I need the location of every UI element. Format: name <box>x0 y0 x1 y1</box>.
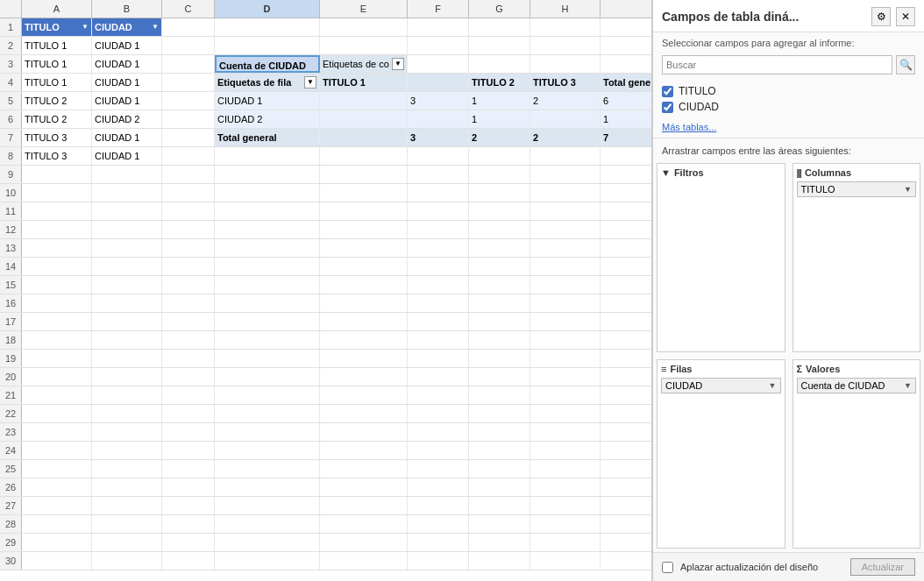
cell-f[interactable] <box>408 460 469 478</box>
cell-e[interactable] <box>320 239 408 257</box>
cell-g[interactable] <box>469 552 530 570</box>
cell-g[interactable] <box>469 386 530 404</box>
cell-a[interactable] <box>22 221 92 238</box>
filtros-zone[interactable]: ▼ Filtros <box>657 163 785 352</box>
cell-g[interactable] <box>469 239 530 257</box>
cell-f6[interactable] <box>408 110 469 128</box>
cell-f[interactable] <box>408 202 469 220</box>
cell-c[interactable] <box>162 386 215 404</box>
cell-d[interactable] <box>215 460 320 478</box>
cell-f[interactable] <box>408 442 469 459</box>
cell-b6[interactable]: CIUDAD 2 <box>92 110 162 128</box>
cell-a[interactable]: TITULO 3 <box>22 147 92 165</box>
cell-b[interactable] <box>92 478 162 496</box>
cell-e[interactable] <box>320 294 408 312</box>
cell-c7[interactable] <box>162 129 215 146</box>
filas-tag-ciudad[interactable]: CIUDAD ▼ <box>661 378 781 393</box>
cell-f[interactable] <box>408 184 469 202</box>
cell-b[interactable]: CIUDAD 1 <box>92 147 162 165</box>
cell-f[interactable] <box>408 534 469 551</box>
cell-a[interactable] <box>22 534 92 551</box>
cell-h[interactable] <box>530 239 601 257</box>
cell-a[interactable] <box>22 515 92 533</box>
cell-g[interactable] <box>469 497 530 514</box>
cell-e[interactable] <box>320 515 408 533</box>
cell-f[interactable] <box>408 166 469 183</box>
cell-total4[interactable]: Total general <box>601 74 652 91</box>
cell-h2[interactable] <box>530 37 601 54</box>
cell-a[interactable] <box>22 239 92 257</box>
cell-h7[interactable]: 2 <box>530 129 601 146</box>
cell-f[interactable] <box>408 313 469 330</box>
cell-c[interactable] <box>162 184 215 202</box>
cell-c[interactable] <box>162 552 215 570</box>
cell-g[interactable] <box>469 423 530 441</box>
col-header-a[interactable]: A <box>22 0 92 18</box>
cell-a7[interactable]: TITULO 3 <box>22 129 92 146</box>
cell-e[interactable] <box>320 202 408 220</box>
close-button[interactable]: ✕ <box>896 7 915 26</box>
cell-b[interactable] <box>92 552 162 570</box>
cell-a[interactable] <box>22 423 92 441</box>
cell-g[interactable] <box>469 294 530 312</box>
field-checkbox-titulo[interactable] <box>662 86 673 97</box>
cell-d3[interactable]: Cuenta de CIUDAD <box>215 55 320 73</box>
cell-c[interactable] <box>162 478 215 496</box>
columnas-tag-arrow[interactable]: ▼ <box>904 185 912 194</box>
cell-h[interactable] <box>530 258 601 275</box>
cell-c[interactable] <box>162 276 215 294</box>
cell-a[interactable] <box>22 258 92 275</box>
cell-h[interactable] <box>530 147 601 165</box>
cell-total7[interactable]: 7 <box>601 129 652 146</box>
cell-e[interactable] <box>320 386 408 404</box>
cell-d[interactable] <box>215 276 320 294</box>
cell-c[interactable] <box>162 442 215 459</box>
cell-b5[interactable]: CIUDAD 1 <box>92 92 162 110</box>
cell-h[interactable] <box>530 166 601 183</box>
cell-h4[interactable]: TITULO 3 <box>530 74 601 91</box>
cell-c1[interactable] <box>162 18 215 36</box>
cell-b[interactable] <box>92 313 162 330</box>
cell-e[interactable] <box>320 423 408 441</box>
cell-d[interactable] <box>215 258 320 275</box>
cell-h[interactable] <box>530 442 601 459</box>
filter-arrow-b1[interactable]: ▼ <box>152 18 159 36</box>
cell-b[interactable] <box>92 239 162 257</box>
cell-f[interactable] <box>408 350 469 367</box>
cell-c6[interactable] <box>162 110 215 128</box>
gear-button[interactable]: ⚙ <box>871 7 891 26</box>
cell-a[interactable] <box>22 313 92 330</box>
cell-g[interactable] <box>469 368 530 386</box>
cell-c[interactable] <box>162 202 215 220</box>
col-header-g[interactable]: G <box>469 0 530 18</box>
cell-e[interactable] <box>320 405 408 422</box>
cell-f[interactable] <box>408 258 469 275</box>
cell-d[interactable] <box>215 386 320 404</box>
cell-f[interactable] <box>408 276 469 294</box>
cell-c[interactable] <box>162 239 215 257</box>
columnas-zone[interactable]: ||| Columnas TITULO ▼ <box>793 163 921 352</box>
cell-g6[interactable]: 1 <box>469 110 530 128</box>
valores-zone[interactable]: Σ Valores Cuenta de CIUDAD ▼ <box>793 359 921 549</box>
cell-g[interactable] <box>469 331 530 349</box>
cell-h[interactable] <box>530 423 601 441</box>
cell-a[interactable] <box>22 368 92 386</box>
cell-g[interactable] <box>469 442 530 459</box>
filas-zone[interactable]: ≡ Filas CIUDAD ▼ <box>657 359 785 549</box>
cell-h[interactable] <box>530 221 601 238</box>
more-tables-link[interactable]: Más tablas... <box>653 120 924 138</box>
cell-d5[interactable]: CIUDAD 1 <box>215 92 320 110</box>
cell-e7[interactable] <box>320 129 408 146</box>
cell-g2[interactable] <box>469 37 530 54</box>
cell-g[interactable] <box>469 258 530 275</box>
cell-h[interactable] <box>530 184 601 202</box>
cell-e[interactable] <box>320 313 408 330</box>
cell-h[interactable] <box>530 331 601 349</box>
cell-h1[interactable] <box>530 18 601 36</box>
cell-b[interactable] <box>92 276 162 294</box>
cell-h[interactable] <box>530 202 601 220</box>
cell-g[interactable] <box>469 405 530 422</box>
cell-f[interactable] <box>408 405 469 422</box>
cell-b[interactable] <box>92 460 162 478</box>
cell-c[interactable] <box>162 258 215 275</box>
